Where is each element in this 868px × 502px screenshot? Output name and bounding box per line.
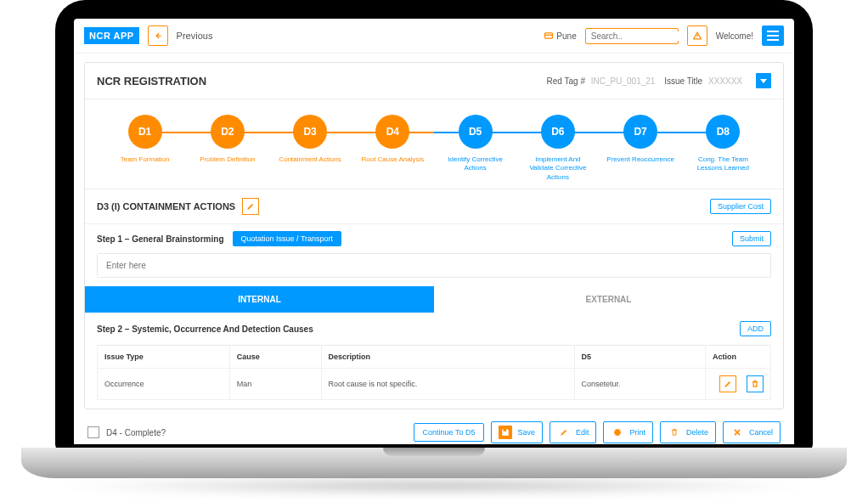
alert-button[interactable] <box>687 25 707 46</box>
col-action: Action <box>706 346 771 369</box>
step-label: Identify Corrective Actions <box>442 155 510 173</box>
cell-description: Root cause is not specific. <box>321 369 574 400</box>
edit-section-button[interactable] <box>242 198 259 215</box>
step-circle: D5 <box>459 115 493 149</box>
step-circle: D1 <box>128 115 162 149</box>
d4-complete-checkbox[interactable] <box>87 426 99 438</box>
step-d1[interactable]: D1Team Formation <box>104 115 186 164</box>
step-d3[interactable]: D3Containment Actions <box>269 115 352 164</box>
step-d4[interactable]: D4Root Cause Analysis <box>352 115 434 164</box>
back-button[interactable] <box>148 25 168 46</box>
cell-issue-type: Occurrence <box>98 369 230 400</box>
cancel-button[interactable]: Cancel <box>723 421 781 443</box>
submit-button[interactable]: Submit <box>732 231 771 246</box>
step2-title: Step 2 – Systemic, Occurrence And Detect… <box>97 324 313 334</box>
step1-label: Step 1 – General Brainstorming <box>97 234 224 244</box>
pencil-icon <box>560 428 568 437</box>
step-label: Prevent Reoccurrence <box>606 155 674 164</box>
page-title: NCR REGISTRATION <box>97 75 206 87</box>
tab-internal[interactable]: INTERNAL <box>85 286 434 313</box>
step-label: Problem Definition <box>200 155 255 164</box>
hamburger-icon <box>767 31 779 32</box>
print-button[interactable]: Print <box>603 421 653 443</box>
table-row: Occurrence Man Root cause is not specifi… <box>98 369 771 400</box>
warning-icon <box>693 31 702 40</box>
section-title: D3 (I) CONTAINMENT ACTIONS <box>97 201 235 212</box>
step-d7[interactable]: D7Prevent Reoccurrence <box>600 115 682 164</box>
red-tag-label: Red Tag # <box>547 76 585 86</box>
print-icon <box>613 428 622 437</box>
pencil-icon <box>246 202 255 211</box>
process-stepper: D1Team Formation D2Problem Definition D3… <box>85 99 783 189</box>
registration-card: NCR REGISTRATION Red Tag # INC_PU_001_21… <box>84 62 784 409</box>
quotation-chip[interactable]: Quotation Issue / Transport <box>233 231 342 246</box>
issue-dropdown[interactable] <box>756 73 771 88</box>
save-button[interactable]: Save <box>491 421 543 443</box>
trash-icon <box>751 380 759 388</box>
welcome-label: Welcome! <box>716 31 753 41</box>
causes-table: Issue Type Cause Description D5 Action O… <box>97 345 771 400</box>
col-d5: D5 <box>574 346 706 369</box>
menu-button[interactable] <box>762 25 784 46</box>
step-circle: D3 <box>293 115 327 149</box>
supplier-cost-button[interactable]: Supplier Cost <box>710 199 771 214</box>
containment-section-header: D3 (I) CONTAINMENT ACTIONS Supplier Cost <box>85 189 783 224</box>
step-circle: D2 <box>211 115 245 149</box>
step-circle: D7 <box>623 115 657 149</box>
search-input-wrapper[interactable] <box>585 28 679 44</box>
step-label: Implement And Validate Corrective Action… <box>524 155 592 182</box>
chevron-down-icon <box>760 79 767 83</box>
footer-actions: D4 - Complete? Continue To D5 Save Edit … <box>84 415 784 444</box>
previous-label: Previous <box>177 31 213 41</box>
search-input[interactable] <box>591 31 699 41</box>
location-value: Pune <box>556 31 576 41</box>
step-d2[interactable]: D2Problem Definition <box>186 115 268 164</box>
d4-complete-label: D4 - Complete? <box>106 428 166 437</box>
issue-title-label: Issue Title <box>664 76 702 86</box>
pencil-icon <box>724 380 732 388</box>
step-circle: D8 <box>706 115 740 149</box>
save-icon <box>501 428 510 437</box>
step-label: Root Cause Analysis <box>361 155 424 164</box>
red-tag-value: INC_PU_001_21 <box>591 76 656 86</box>
location-selector[interactable]: Pune <box>544 31 576 41</box>
delete-button[interactable]: Delete <box>660 421 716 443</box>
trash-icon <box>670 428 679 437</box>
cell-cause: Man <box>229 369 321 400</box>
col-cause: Cause <box>229 346 321 369</box>
tabs: INTERNAL EXTERNAL <box>85 286 783 313</box>
continue-button[interactable]: Continue To D5 <box>414 423 485 442</box>
app-logo: NCR APP <box>84 27 139 44</box>
step-circle: D6 <box>541 115 575 149</box>
step-circle: D4 <box>375 115 409 149</box>
close-icon <box>733 428 741 437</box>
cell-d5: Consetetur. <box>574 369 706 400</box>
card-icon <box>544 31 553 40</box>
step-d8[interactable]: D8Cong. The Team Lessons Learned <box>682 115 764 173</box>
col-description: Description <box>321 346 574 369</box>
step-label: Team Formation <box>121 155 170 164</box>
col-issue-type: Issue Type <box>98 346 230 369</box>
add-button[interactable]: ADD <box>740 321 771 336</box>
step-d6[interactable]: D6Implement And Validate Corrective Acti… <box>516 115 599 182</box>
arrow-left-icon <box>154 31 162 40</box>
step-label: Containment Actions <box>279 155 341 164</box>
brainstorm-input[interactable] <box>98 254 770 277</box>
issue-title-value: XXXXXX <box>708 76 742 86</box>
tab-external[interactable]: EXTERNAL <box>434 286 783 313</box>
step-label: Cong. The Team Lessons Learned <box>689 155 757 173</box>
step-d5[interactable]: D5Identify Corrective Actions <box>434 115 516 173</box>
edit-button[interactable]: Edit <box>550 421 597 443</box>
top-bar: NCR APP Previous Pune <box>74 19 794 54</box>
registration-meta: Red Tag # INC_PU_001_21 Issue Title XXXX… <box>547 76 749 86</box>
row-edit-button[interactable] <box>719 375 736 392</box>
row-delete-button[interactable] <box>747 375 764 392</box>
